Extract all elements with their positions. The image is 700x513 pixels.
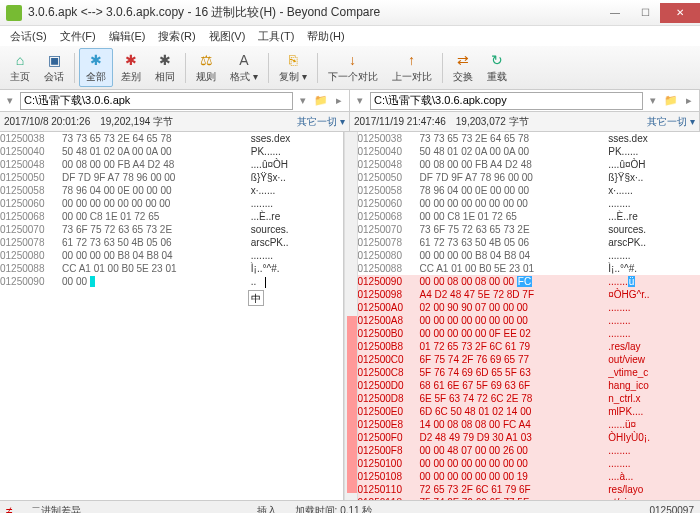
hex-row[interactable]: 01250048 00 08 00 00 FB A4 D2 48 ....û¤Ò…: [0, 158, 343, 171]
hex-address: 01250060: [0, 197, 62, 210]
toolbar-button-格式[interactable]: A格式 ▾: [224, 49, 264, 86]
hex-bytes: 73 6F 75 72 63 65 73 2E: [62, 223, 248, 236]
hex-row[interactable]: 01250068 00 00 C8 1E 01 72 65 ...È..re: [0, 210, 343, 223]
toolbar-icon: ✱: [122, 51, 140, 69]
toolbar-button-上一对比[interactable]: ↑上一对比: [386, 49, 438, 86]
hex-row[interactable]: 01250038 73 73 65 73 2E 64 65 78 sses.de…: [0, 132, 343, 145]
toolbar-button-复制[interactable]: ⎘复制 ▾: [273, 49, 313, 86]
hex-row[interactable]: 01250070 73 6F 75 72 63 65 73 2E sources…: [0, 223, 343, 236]
toolbar-button-相同[interactable]: ✱相同: [149, 49, 181, 86]
hex-address: 01250090: [358, 275, 420, 288]
hex-row[interactable]: 01250058 78 96 04 00 0E 00 00 00 x·.....…: [358, 184, 701, 197]
minimize-button[interactable]: —: [600, 3, 630, 23]
hex-ascii: ¤ÒHG^r..: [606, 288, 650, 301]
hex-row[interactable]: 01250040 50 48 01 02 0A 00 0A 00 PK.....…: [358, 145, 701, 158]
menu-item[interactable]: 文件(F): [54, 27, 102, 46]
hex-ascii: ........: [606, 327, 631, 340]
menu-item[interactable]: 帮助(H): [301, 27, 350, 46]
hex-row[interactable]: 01250068 00 00 C8 1E 01 72 65 ...È..re: [358, 210, 701, 223]
hex-ascii: ...È..re: [606, 210, 638, 223]
hex-row[interactable]: 012500F0 D2 48 49 79 D9 30 A1 03 ÒHIyÙ0¡…: [358, 431, 701, 444]
hex-row[interactable]: 01250090 00 00 08 00 08 00 00 FC .......…: [358, 275, 701, 288]
hex-row[interactable]: 012500C0 6F 75 74 2F 76 69 65 77 out/vie…: [358, 353, 701, 366]
hex-ascii: ....à...: [606, 470, 634, 483]
hex-row[interactable]: 012500B0 00 00 00 00 00 0F EE 02 .......…: [358, 327, 701, 340]
right-misc-dropdown[interactable]: 其它一切 ▾: [647, 115, 695, 129]
hex-row[interactable]: 01250060 00 00 00 00 00 00 00 00 .......…: [0, 197, 343, 210]
hex-row[interactable]: 012500A0 02 00 90 90 07 00 00 00 .......…: [358, 301, 701, 314]
history-dropdown-icon[interactable]: ▾: [645, 93, 661, 109]
hex-row[interactable]: 012500C8 5F 76 74 69 6D 65 5F 63 _vtime_…: [358, 366, 701, 379]
hex-row[interactable]: 01250070 73 6F 75 72 63 65 73 2E sources…: [358, 223, 701, 236]
hex-row[interactable]: 01250078 61 72 73 63 50 4B 05 06 arscPK.…: [358, 236, 701, 249]
toolbar-button-差别[interactable]: ✱差别: [115, 49, 147, 86]
hex-row[interactable]: 01250040 50 48 01 02 0A 00 0A 00 PK.....…: [0, 145, 343, 158]
left-hex-pane[interactable]: 01250038 73 73 65 73 2E 64 65 78 sses.de…: [0, 132, 344, 500]
left-path-input[interactable]: [20, 92, 293, 110]
hex-row[interactable]: 012500B8 01 72 65 73 2F 6C 61 79 .res/la…: [358, 340, 701, 353]
hex-row[interactable]: 01250080 00 00 00 00 B8 04 B8 04 .......…: [0, 249, 343, 262]
browse-icon[interactable]: ▸: [681, 93, 697, 109]
menu-item[interactable]: 视图(V): [203, 27, 252, 46]
hex-row[interactable]: 012500E8 14 00 08 08 08 00 FC A4 ......ü…: [358, 418, 701, 431]
hex-bytes: 5F 76 74 69 6D 65 5F 63: [420, 366, 606, 379]
right-hex-pane[interactable]: 01250038 73 73 65 73 2E 64 65 78 sses.de…: [358, 132, 701, 500]
toolbar-button-主页[interactable]: ⌂主页: [4, 49, 36, 86]
toolbar-button-交换[interactable]: ⇄交换: [447, 49, 479, 86]
hex-row[interactable]: 01250088 CC A1 01 00 B0 5E 23 01 Ì¡..°^#…: [358, 262, 701, 275]
hex-row[interactable]: 01250108 00 00 00 00 00 00 00 19 ....à..…: [358, 470, 701, 483]
hex-row[interactable]: 012500D8 6E 5F 63 74 72 6C 2E 78 n_ctrl.…: [358, 392, 701, 405]
hex-ascii: ........: [606, 457, 631, 470]
toolbar-button-规则[interactable]: ⚖规则: [190, 49, 222, 86]
menu-item[interactable]: 编辑(E): [103, 27, 152, 46]
dropdown-icon[interactable]: ▾: [2, 93, 18, 109]
hex-bytes: 00 00 00 00 00 00 00 00: [62, 197, 248, 210]
right-path-input[interactable]: [370, 92, 643, 110]
dropdown-icon[interactable]: ▾: [352, 93, 368, 109]
hex-row[interactable]: 012500E0 6D 6C 50 48 01 02 14 00 mlPK...…: [358, 405, 701, 418]
toolbar-button-下一个对比[interactable]: ↓下一个对比: [322, 49, 384, 86]
hex-row[interactable]: 01250098 A4 D2 48 47 5E 72 8D 7F ¤ÒHG^r.…: [358, 288, 701, 301]
toolbar-icon: ⇄: [454, 51, 472, 69]
toolbar-button-全部[interactable]: ✱全部: [79, 48, 113, 87]
menu-item[interactable]: 工具(T): [252, 27, 300, 46]
toolbar-icon: ⚖: [197, 51, 215, 69]
hex-ascii: ß}Ÿ§x·..: [606, 171, 644, 184]
toolbar-button-重载[interactable]: ↻重载: [481, 49, 513, 86]
browse-icon[interactable]: ▸: [331, 93, 347, 109]
hex-ascii: ........: [248, 249, 273, 262]
hex-row[interactable]: 01250078 61 72 73 63 50 4B 05 06 arscPK.…: [0, 236, 343, 249]
history-dropdown-icon[interactable]: ▾: [295, 93, 311, 109]
hex-row[interactable]: 01250110 72 65 73 2F 6C 61 79 6F res/lay…: [358, 483, 701, 496]
ime-indicator: 中: [248, 290, 264, 306]
close-button[interactable]: ✕: [660, 3, 700, 23]
hex-row[interactable]: 01250048 00 08 00 00 FB A4 D2 48 ....û¤Ò…: [358, 158, 701, 171]
left-misc-dropdown[interactable]: 其它一切 ▾: [297, 115, 345, 129]
hex-address: 01250068: [0, 210, 62, 223]
hex-row[interactable]: 01250050 DF 7D 9F A7 78 96 00 00 ß}Ÿ§x·.…: [358, 171, 701, 184]
open-folder-icon[interactable]: 📁: [313, 93, 329, 109]
hex-row[interactable]: 01250038 73 73 65 73 2E 64 65 78 sses.de…: [358, 132, 701, 145]
info-row: 2017/10/8 20:01:26 19,202,194 字节 其它一切 ▾ …: [0, 112, 700, 132]
hex-row[interactable]: 01250090 00 00 ..: [0, 275, 343, 288]
window-controls: — ☐ ✕: [600, 3, 700, 23]
hex-row[interactable]: 01250100 00 00 00 00 00 00 00 00 .......…: [358, 457, 701, 470]
hex-row[interactable]: 01250058 78 96 04 00 0E 00 00 00 x·.....…: [0, 184, 343, 197]
diff-gutter[interactable]: [344, 132, 358, 500]
hex-row[interactable]: 012500A8 00 00 00 00 00 00 00 00 .......…: [358, 314, 701, 327]
hex-address: 01250078: [0, 236, 62, 249]
toolbar-button-会话[interactable]: ▣会话: [38, 49, 70, 86]
hex-row[interactable]: 01250088 CC A1 01 00 B0 5E 23 01 Ì¡..°^#…: [0, 262, 343, 275]
menu-item[interactable]: 搜索(R): [152, 27, 201, 46]
hex-row[interactable]: 01250118 75 74 2F 76 69 65 77 5F ut/view…: [358, 496, 701, 500]
toolbar-label: 主页: [10, 70, 30, 84]
hex-row[interactable]: 01250080 00 00 00 00 B8 04 B8 04 .......…: [358, 249, 701, 262]
hex-row[interactable]: 012500F8 00 00 48 07 00 00 26 00 .......…: [358, 444, 701, 457]
menu-item[interactable]: 会话(S): [4, 27, 53, 46]
maximize-button[interactable]: ☐: [630, 3, 660, 23]
hex-row[interactable]: 01250050 DF 7D 9F A7 78 96 00 00 ß}Ÿ§x·.…: [0, 171, 343, 184]
hex-row[interactable]: 01250060 00 00 00 00 00 00 00 00 .......…: [358, 197, 701, 210]
hex-ascii: ...È..re: [248, 210, 280, 223]
open-folder-icon[interactable]: 📁: [663, 93, 679, 109]
hex-row[interactable]: 012500D0 68 61 6E 67 5F 69 63 6F hang_ic…: [358, 379, 701, 392]
